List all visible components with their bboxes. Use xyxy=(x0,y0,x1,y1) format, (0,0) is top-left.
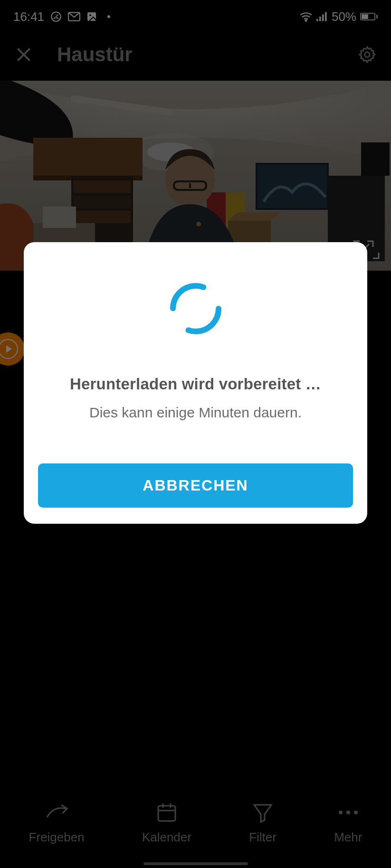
cancel-button[interactable]: ABBRECHEN xyxy=(38,463,353,508)
dialog-subtitle: Dies kann einige Minuten dauern. xyxy=(89,405,302,421)
loading-spinner-icon xyxy=(167,280,224,337)
dialog-title: Herunterladen wird vorbereitet … xyxy=(70,375,321,393)
download-dialog: Herunterladen wird vorbereitet … Dies ka… xyxy=(24,242,367,524)
svg-point-41 xyxy=(173,286,219,331)
